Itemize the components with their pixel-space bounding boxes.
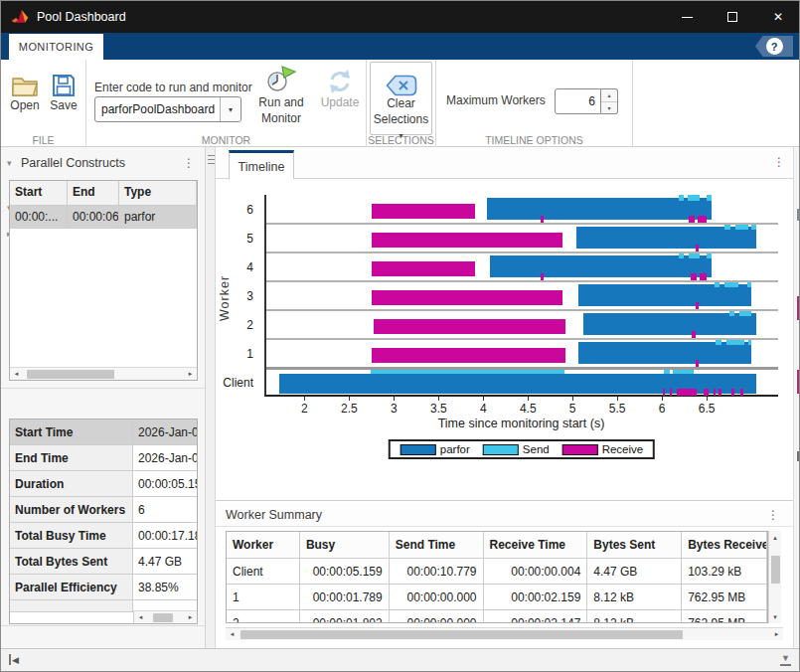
table-cell[interactable]: parfor: [119, 206, 197, 228]
table-row[interactable]: Total Bytes Sent4.47 GB: [10, 549, 197, 575]
table-row[interactable]: 100:00:01.78900:00:00.00000:00:02.1598.1…: [227, 585, 767, 610]
parfor-bar[interactable]: [576, 227, 756, 249]
table-cell[interactable]: 00:00:01.789: [300, 585, 390, 609]
close-button[interactable]: ✕: [755, 1, 800, 33]
splitter-grip-icon[interactable]: [208, 155, 215, 166]
scrollbar-track[interactable]: [239, 628, 770, 640]
code-combobox-value[interactable]: parforPoolDashboard: [95, 97, 220, 121]
summary-label-cell[interactable]: Total Busy Time: [10, 523, 133, 548]
column-header[interactable]: Start: [10, 181, 68, 205]
send-mark[interactable]: [688, 195, 701, 201]
table-cell[interactable]: 762.95 MB: [682, 585, 767, 609]
table-row[interactable]: 200:00:01.80200:00:00.00000:00:02.1478.1…: [227, 610, 767, 623]
worker-summary-hscrollbar[interactable]: ◂ ▸: [226, 627, 783, 640]
table-cell[interactable]: 103.29 kB: [682, 559, 767, 584]
summary-value-cell[interactable]: 2026-Jan-07: [133, 445, 197, 470]
panel-splitter[interactable]: [206, 147, 216, 648]
summary-value-cell[interactable]: 2026-Jan-07: [133, 420, 197, 444]
table-row[interactable]: Duration00:00:05.15: [10, 471, 197, 497]
parfor-bar[interactable]: [578, 342, 751, 364]
receive-bar[interactable]: [372, 261, 475, 276]
scroll-left-icon[interactable]: ◂: [134, 613, 147, 621]
scrollbar-thumb[interactable]: [153, 613, 173, 622]
column-header[interactable]: Busy: [300, 532, 390, 558]
summary-value-cell[interactable]: 4.47 GB: [133, 549, 197, 574]
table-cell[interactable]: 00:00:02.159: [484, 585, 588, 609]
maximize-button[interactable]: [710, 1, 755, 33]
combobox-dropdown-button[interactable]: ▾: [220, 97, 240, 121]
kebab-menu-icon[interactable]: ⋮: [763, 508, 783, 522]
send-mark[interactable]: [707, 195, 711, 201]
collapse-bottom-panel-button[interactable]: ▼: [780, 654, 791, 666]
receive-mark[interactable]: [696, 245, 700, 252]
summary-value-cell[interactable]: 38.85%: [133, 575, 197, 599]
minimize-button[interactable]: [664, 1, 710, 33]
table-cell[interactable]: 762.95 MB: [682, 610, 767, 623]
parallel-constructs-hscrollbar[interactable]: ◂ ▸: [10, 367, 197, 380]
scroll-left-icon[interactable]: ◂: [10, 370, 23, 378]
summary-value-cell[interactable]: 6: [133, 497, 197, 522]
table-row[interactable]: Parallel Efficiency38.85%: [10, 575, 197, 600]
receive-mark[interactable]: [689, 216, 694, 223]
table-cell[interactable]: 2: [227, 610, 300, 623]
column-header[interactable]: End: [68, 181, 119, 205]
table-cell[interactable]: 4.47 GB: [587, 559, 682, 584]
save-button[interactable]: Save: [46, 65, 81, 112]
table-cell[interactable]: 8.12 kB: [587, 585, 682, 609]
receive-bar[interactable]: [372, 233, 563, 248]
table-cell[interactable]: 00:00:00.000: [390, 610, 484, 623]
scroll-up-icon[interactable]: ▴: [773, 531, 777, 544]
tab-timeline[interactable]: Timeline: [229, 150, 294, 180]
receive-mark[interactable]: [541, 273, 544, 280]
table-row[interactable]: Client00:00:05.15900:00:10.77900:00:00.0…: [227, 559, 767, 585]
table-row[interactable]: Total Busy Time00:00:17.18: [10, 523, 197, 549]
parfor-bar[interactable]: [487, 198, 712, 220]
kebab-menu-icon[interactable]: ⋮: [769, 155, 789, 169]
receive-mark[interactable]: [692, 331, 696, 338]
scroll-right-icon[interactable]: ▸: [184, 370, 197, 378]
scrollbar-track[interactable]: [147, 611, 184, 623]
receive-mark[interactable]: [696, 302, 700, 309]
scroll-down-icon[interactable]: ▾: [773, 610, 777, 623]
receive-mark[interactable]: [541, 216, 544, 223]
scrollbar-track[interactable]: [23, 368, 184, 380]
spin-down-button[interactable]: ▾: [601, 102, 617, 114]
open-button[interactable]: Open: [6, 65, 44, 112]
parfor-bar[interactable]: [583, 313, 756, 335]
table-row[interactable]: End Time2026-Jan-07: [10, 445, 197, 471]
receive-mark[interactable]: [663, 389, 666, 396]
parfor-bar[interactable]: [578, 284, 751, 306]
scrollbar-track[interactable]: [769, 544, 781, 610]
scroll-right-icon[interactable]: ▸: [770, 630, 783, 638]
code-combobox[interactable]: parforPoolDashboard ▾: [94, 96, 241, 122]
worker-summary-vscrollbar[interactable]: ▴ ▾: [768, 531, 781, 623]
table-cell[interactable]: 1: [227, 585, 300, 609]
max-workers-input[interactable]: 6: [555, 88, 601, 114]
summary-value-cell[interactable]: 00:00:05.15: [133, 471, 197, 496]
table-cell[interactable]: 00:00:05.159: [300, 559, 390, 584]
scrollbar-thumb[interactable]: [771, 556, 780, 584]
scrollbar-thumb[interactable]: [240, 630, 683, 639]
column-header[interactable]: Worker: [227, 532, 300, 558]
receive-mark[interactable]: [696, 360, 700, 367]
table-row[interactable]: Number of Workers6: [10, 497, 197, 523]
column-header[interactable]: Type: [119, 181, 197, 205]
summary-label-cell[interactable]: Duration: [10, 471, 133, 496]
receive-bar[interactable]: [372, 348, 565, 363]
spin-up-button[interactable]: ▴: [601, 89, 617, 102]
summary-value-cell[interactable]: 00:00:17.18: [133, 523, 197, 548]
max-workers-stepper[interactable]: 6 ▴ ▾: [555, 88, 618, 114]
table-cell[interactable]: 00:00:02.147: [484, 610, 588, 623]
summary-label-cell[interactable]: Parallel Efficiency: [10, 575, 133, 599]
collapse-left-panel-button[interactable]: ◀: [9, 654, 19, 665]
receive-mark[interactable]: [740, 389, 743, 396]
receive-bar[interactable]: [374, 319, 565, 334]
receive-mark[interactable]: [731, 389, 734, 396]
table-cell[interactable]: 00:00:00.000: [390, 585, 484, 609]
table-cell[interactable]: 00:00:00.004: [484, 559, 588, 584]
help-button[interactable]: ?: [755, 36, 793, 57]
scroll-right-icon[interactable]: ▸: [184, 613, 197, 621]
table-cell[interactable]: Client: [227, 559, 300, 584]
table-cell[interactable]: 00:00:...: [10, 206, 68, 228]
summary-label-cell[interactable]: Total Bytes Sent: [10, 549, 133, 574]
